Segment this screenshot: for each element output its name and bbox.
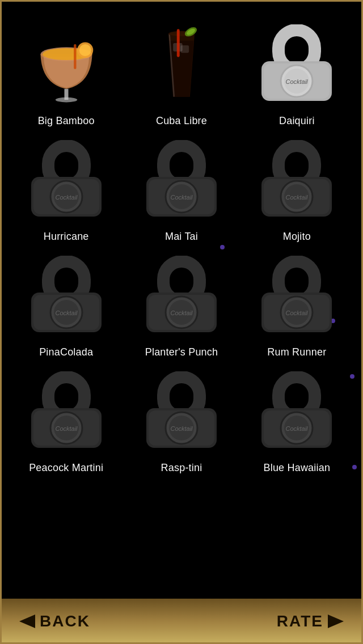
- svg-text:Cocktail: Cocktail: [170, 194, 193, 201]
- cocktail-name-rum-runner: Rum Runner: [267, 346, 326, 358]
- svg-text:Cocktail: Cocktail: [286, 78, 309, 85]
- cocktail-image-blue-hawaiian: Cocktail: [250, 364, 344, 457]
- svg-marker-74: [19, 615, 35, 628]
- svg-text:Cocktail: Cocktail: [170, 310, 193, 316]
- svg-text:Cocktail: Cocktail: [55, 425, 78, 432]
- cocktail-image-hurricane: Cocktail: [19, 133, 113, 226]
- back-arrow-icon: [17, 612, 35, 630]
- cocktail-item-mojito[interactable]: Cocktail Mojito: [242, 133, 352, 243]
- bottom-navigation: BACK RATE: [0, 599, 363, 644]
- svg-text:Cocktail: Cocktail: [286, 425, 309, 432]
- cocktail-item-peacock-martini[interactable]: Cocktail Peacock Martini: [11, 364, 121, 474]
- cocktail-name-rasp-tini: Rasp-tini: [161, 462, 202, 474]
- svg-text:Cocktail: Cocktail: [55, 194, 78, 201]
- svg-marker-75: [328, 615, 344, 628]
- svg-text:Cocktail: Cocktail: [170, 425, 193, 432]
- rate-label: RATE: [277, 612, 323, 630]
- svg-rect-6: [74, 44, 76, 69]
- main-content: Big Bamboo Cuba Libre Cocktail Daiquiri: [6, 6, 357, 599]
- svg-text:Cocktail: Cocktail: [286, 194, 309, 201]
- cocktail-name-blue-hawaiian: Blue Hawaiian: [263, 462, 330, 474]
- cocktail-item-rasp-tini[interactable]: Cocktail Rasp-tini: [126, 364, 236, 474]
- cocktail-item-pina-colada[interactable]: Cocktail PinaColada: [11, 248, 121, 358]
- cocktail-name-mojito: Mojito: [283, 231, 311, 243]
- cocktail-item-planters-punch[interactable]: Cocktail Planter's Punch: [126, 248, 236, 358]
- svg-rect-8: [180, 45, 189, 53]
- cocktail-image-peacock-martini: Cocktail: [19, 364, 113, 457]
- cocktail-item-cuba-libre[interactable]: Cuba Libre: [126, 17, 236, 127]
- cocktail-image-daiquiri: Cocktail: [250, 17, 344, 111]
- cocktail-name-pina-colada: PinaColada: [39, 346, 93, 358]
- svg-point-5: [79, 44, 91, 56]
- svg-text:Cocktail: Cocktail: [55, 310, 78, 316]
- cocktail-item-hurricane[interactable]: Cocktail Hurricane: [11, 133, 121, 243]
- svg-point-1: [55, 97, 77, 102]
- cocktail-image-planters-punch: Cocktail: [134, 248, 228, 342]
- cocktail-name-hurricane: Hurricane: [44, 231, 89, 243]
- cocktail-image-mai-tai: Cocktail: [134, 133, 228, 226]
- rate-button[interactable]: RATE: [277, 612, 346, 630]
- cocktail-item-daiquiri[interactable]: Cocktail Daiquiri: [242, 17, 352, 127]
- rate-arrow-icon: [328, 612, 346, 630]
- cocktail-image-pina-colada: Cocktail: [19, 248, 113, 342]
- cocktail-item-big-bamboo[interactable]: Big Bamboo: [11, 17, 121, 127]
- cocktail-grid: Big Bamboo Cuba Libre Cocktail Daiquiri: [6, 6, 357, 480]
- back-label: BACK: [40, 612, 90, 630]
- cocktail-name-planters-punch: Planter's Punch: [145, 346, 218, 358]
- cocktail-image-big-bamboo: [19, 17, 113, 111]
- cocktail-image-rum-runner: Cocktail: [250, 248, 344, 342]
- cocktail-item-blue-hawaiian[interactable]: Cocktail Blue Hawaiian: [242, 364, 352, 474]
- cocktail-item-mai-tai[interactable]: Cocktail Mai Tai: [126, 133, 236, 243]
- cocktail-item-rum-runner[interactable]: Cocktail Rum Runner: [242, 248, 352, 358]
- cocktail-name-cuba-libre: Cuba Libre: [156, 115, 207, 127]
- cocktail-name-mai-tai: Mai Tai: [165, 231, 198, 243]
- cocktail-image-mojito: Cocktail: [250, 133, 344, 226]
- svg-text:Cocktail: Cocktail: [286, 310, 309, 316]
- cocktail-name-daiquiri: Daiquiri: [279, 115, 315, 127]
- back-button[interactable]: BACK: [17, 612, 90, 630]
- cocktail-name-peacock-martini: Peacock Martini: [29, 462, 103, 474]
- svg-rect-13: [177, 29, 180, 57]
- cocktail-image-cuba-libre: [134, 17, 228, 111]
- cocktail-image-rasp-tini: Cocktail: [134, 364, 228, 457]
- cocktail-name-big-bamboo: Big Bamboo: [38, 115, 95, 127]
